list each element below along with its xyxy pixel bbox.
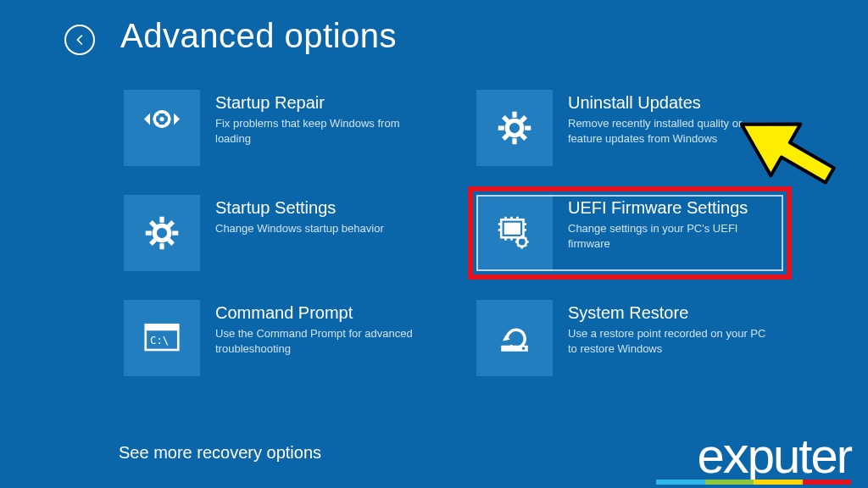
svg-rect-8 bbox=[146, 324, 179, 330]
svg-point-3 bbox=[154, 225, 170, 241]
svg-text:C:\: C:\ bbox=[150, 335, 169, 347]
tile-title: Startup Repair bbox=[215, 93, 419, 113]
watermark-logo-underline bbox=[656, 480, 851, 485]
tile-title: Startup Settings bbox=[215, 198, 384, 218]
see-more-recovery-options-link[interactable]: See more recovery options bbox=[119, 443, 321, 463]
watermark-logo: exputer bbox=[698, 429, 851, 481]
gear-icon bbox=[476, 90, 553, 166]
logo-text-rest: puter bbox=[748, 428, 851, 483]
tile-desc: Change Windows startup behavior bbox=[215, 221, 384, 236]
tile-desc: Remove recently installed quality or fea… bbox=[568, 116, 771, 146]
tile-desc: Use a restore point recorded on your PC … bbox=[568, 326, 771, 356]
tile-command-prompt[interactable]: C:\ Command Prompt Use the Command Promp… bbox=[119, 295, 436, 381]
tile-title: Uninstall Updates bbox=[568, 93, 771, 113]
tile-title: UEFI Firmware Settings bbox=[568, 198, 771, 218]
svg-rect-5 bbox=[504, 223, 520, 235]
tile-desc: Change settings in your PC's UEFI firmwa… bbox=[568, 221, 771, 251]
tile-desc: Fix problems that keep Windows from load… bbox=[215, 116, 419, 146]
tile-title: Command Prompt bbox=[215, 303, 419, 323]
restore-icon bbox=[476, 300, 553, 376]
startup-repair-icon bbox=[124, 90, 200, 166]
gear-icon bbox=[124, 195, 200, 271]
command-prompt-icon: C:\ bbox=[124, 300, 200, 376]
tile-uninstall-updates[interactable]: Uninstall Updates Remove recently instal… bbox=[471, 85, 788, 171]
svg-point-1 bbox=[159, 117, 164, 121]
options-grid: Startup Repair Fix problems that keep Wi… bbox=[119, 85, 788, 381]
tile-uefi-firmware-settings[interactable]: UEFI Firmware Settings Change settings i… bbox=[471, 190, 788, 276]
tile-startup-repair[interactable]: Startup Repair Fix problems that keep Wi… bbox=[119, 85, 436, 171]
tile-system-restore[interactable]: System Restore Use a restore point recor… bbox=[471, 295, 788, 381]
arrow-left-icon bbox=[72, 32, 87, 47]
tile-title: System Restore bbox=[568, 303, 771, 323]
svg-point-11 bbox=[522, 347, 526, 351]
back-button[interactable] bbox=[64, 25, 95, 55]
firmware-chip-icon bbox=[476, 195, 553, 271]
svg-point-2 bbox=[507, 120, 522, 136]
tile-startup-settings[interactable]: Startup Settings Change Windows startup … bbox=[119, 190, 436, 276]
page-title: Advanced options bbox=[120, 17, 397, 55]
tile-desc: Use the Command Prompt for advanced trou… bbox=[215, 326, 419, 356]
